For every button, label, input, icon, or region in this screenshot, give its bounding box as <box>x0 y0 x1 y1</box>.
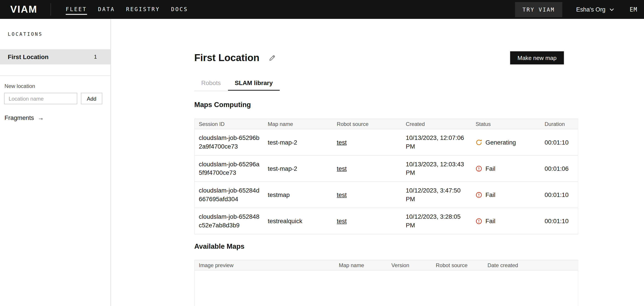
table-row: cloudslam-job-652848c52e7ab8d3b9 testrea… <box>195 208 578 234</box>
page-title: First Location <box>194 52 259 64</box>
session-id: cloudslam-job-652848c52e7ab8d3b9 <box>195 208 264 234</box>
refresh-icon <box>476 139 482 146</box>
add-location-button[interactable]: Add <box>81 93 102 104</box>
viewport: VIAM FLEET DATA REGISTRY DOCS TRY VIAM E… <box>0 0 644 306</box>
duration: 00:01:10 <box>540 208 578 234</box>
empty-table-body <box>195 271 578 306</box>
org-selector[interactable]: Esha's Org <box>576 6 614 13</box>
status-cell: Fail <box>472 182 541 208</box>
page-header: First Location Make new map <box>194 51 578 64</box>
created-timestamp: 10/12/2023, 3:28:05 PM <box>402 208 472 234</box>
main-content: First Location Make new map Robots SLAM … <box>111 19 644 306</box>
column-header-image-preview: Image preview <box>195 262 335 268</box>
pencil-icon[interactable] <box>268 54 275 61</box>
robot-source-link[interactable]: test <box>337 218 347 225</box>
column-header-robot-source: Robot source <box>333 121 402 127</box>
robot-source-link[interactable]: test <box>337 191 347 198</box>
topbar-divider <box>50 3 51 15</box>
tab-slam-library[interactable]: SLAM library <box>228 75 280 91</box>
nav-item-fleet[interactable]: FLEET <box>66 4 87 15</box>
session-id: cloudslam-job-65296b2a9f4700ce73 <box>195 129 264 155</box>
map-name: test-map-2 <box>264 129 333 155</box>
nav-item-registry[interactable]: REGISTRY <box>126 4 160 15</box>
column-header-date-created: Date created <box>483 262 578 268</box>
session-id: cloudslam-job-65296a5f9f4700ce73 <box>195 155 264 181</box>
column-header-duration: Duration <box>540 121 578 127</box>
user-menu[interactable]: EM <box>630 6 638 13</box>
status-label: Fail <box>486 165 496 172</box>
new-location-form: Add <box>0 89 110 104</box>
org-name: Esha's Org <box>576 6 606 13</box>
error-icon <box>476 218 482 224</box>
status-cell: Generating <box>472 129 541 155</box>
fragments-link[interactable]: Fragments → <box>0 104 110 121</box>
available-maps-table: Image preview Map name Version Robot sou… <box>194 260 578 306</box>
column-header-map-name: Map name <box>264 121 333 127</box>
column-header-created: Created <box>402 121 472 127</box>
error-icon <box>476 165 482 172</box>
map-name: testmap <box>264 182 333 208</box>
map-name: test-map-2 <box>264 155 333 181</box>
available-maps-heading: Available Maps <box>194 243 578 251</box>
fragments-label: Fragments <box>4 114 34 121</box>
created-timestamp: 10/12/2023, 3:47:50 PM <box>402 182 472 208</box>
column-header-robot-source: Robot source <box>432 262 483 268</box>
nav-item-data[interactable]: DATA <box>98 4 115 15</box>
created-timestamp: 10/13/2023, 12:07:06 PM <box>402 129 472 155</box>
maps-computing-heading: Maps Computing <box>194 101 578 109</box>
status-cell: Fail <box>472 155 541 181</box>
arrow-right-icon: → <box>38 114 44 121</box>
table-header-row: Session ID Map name Robot source Created… <box>195 119 578 129</box>
duration: 00:01:10 <box>540 182 578 208</box>
column-header-session-id: Session ID <box>195 121 264 127</box>
chevron-down-icon <box>606 8 614 11</box>
nav-item-docs[interactable]: DOCS <box>171 4 188 15</box>
try-viam-button[interactable]: TRY VIAM <box>515 2 562 17</box>
primary-nav: FLEET DATA REGISTRY DOCS <box>66 4 188 15</box>
maps-computing-table: Session ID Map name Robot source Created… <box>194 119 578 234</box>
status-label: Fail <box>486 218 496 225</box>
locations-sidebar: LOCATIONS First Location 1 New location … <box>0 19 111 306</box>
robot-source-link[interactable]: test <box>337 165 347 172</box>
new-location-label: New location <box>0 76 110 89</box>
location-tabs: Robots SLAM library <box>194 75 280 91</box>
top-navigation-bar: VIAM FLEET DATA REGISTRY DOCS TRY VIAM E… <box>0 0 644 19</box>
status-label: Fail <box>486 191 496 198</box>
session-id: cloudslam-job-65284d667695afd304 <box>195 182 264 208</box>
robot-source-link[interactable]: test <box>337 139 347 146</box>
make-new-map-button[interactable]: Make new map <box>510 51 564 64</box>
created-timestamp: 10/13/2023, 12:03:43 PM <box>402 155 472 181</box>
error-icon <box>476 191 482 198</box>
column-header-map-name: Map name <box>335 262 387 268</box>
topbar-right: TRY VIAM Esha's Org EM <box>515 2 638 17</box>
status-label: Generating <box>486 139 516 146</box>
location-name-input[interactable] <box>4 93 77 104</box>
location-name: First Location <box>8 53 48 60</box>
duration: 00:01:06 <box>540 155 578 181</box>
viam-logo[interactable]: VIAM <box>10 4 37 15</box>
column-header-status: Status <box>472 121 541 127</box>
table-row: cloudslam-job-65296b2a9f4700ce73 test-ma… <box>195 129 578 155</box>
sidebar-heading: LOCATIONS <box>0 19 110 37</box>
location-robot-count: 1 <box>94 54 97 60</box>
sidebar-item-first-location[interactable]: First Location 1 <box>0 49 110 64</box>
column-header-version: Version <box>387 262 432 268</box>
table-row: cloudslam-job-65296a5f9f4700ce73 test-ma… <box>195 155 578 182</box>
viam-app: VIAM FLEET DATA REGISTRY DOCS TRY VIAM E… <box>0 0 644 306</box>
table-row: cloudslam-job-65284d667695afd304 testmap… <box>195 182 578 208</box>
map-name: testrealquick <box>264 208 333 234</box>
duration: 00:01:10 <box>540 129 578 155</box>
status-cell: Fail <box>472 208 541 234</box>
tab-robots[interactable]: Robots <box>194 75 228 91</box>
table-header-row: Image preview Map name Version Robot sou… <box>195 260 578 271</box>
